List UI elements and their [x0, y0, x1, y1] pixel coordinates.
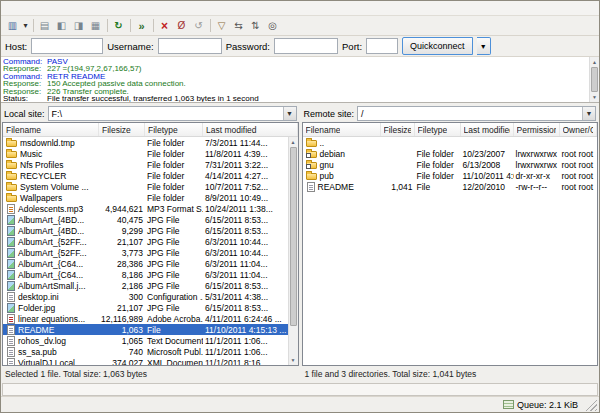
site-manager-icon[interactable] — [4, 18, 21, 34]
host-input[interactable] — [31, 38, 103, 54]
scrollbar-up-icon[interactable]: ▲ — [590, 57, 599, 67]
port-input[interactable] — [366, 38, 398, 54]
file-row[interactable]: desktop.ini 300 Configuration ... 5/31/2… — [3, 291, 288, 302]
scrollbar-track[interactable] — [590, 67, 599, 92]
file-modified: 6/13/2008 — [461, 160, 514, 170]
scrollbar-down-icon[interactable]: ▼ — [590, 92, 599, 102]
chevron-down-icon[interactable]: ▼ — [582, 107, 595, 120]
file-name: desktop.ini — [18, 292, 59, 302]
log-line-label: Status: — [3, 95, 47, 102]
column-header[interactable]: Filesize — [381, 123, 415, 136]
file-name: AlbumArtSmall.j... — [18, 281, 86, 291]
local-site-combobox[interactable]: F:\ ▼ — [48, 106, 297, 121]
resize-grip-icon[interactable] — [584, 398, 597, 411]
toggle-queue-icon[interactable] — [87, 18, 104, 34]
menu-file[interactable] — [3, 7, 15, 9]
file-row[interactable]: linear equations... 12,116,989 Adobe Acr… — [3, 313, 288, 324]
process-queue-icon[interactable] — [133, 18, 150, 34]
file-row[interactable]: RECYCLER File folder 4/14/2011 4:27... — [3, 170, 288, 181]
column-header[interactable]: Filetype — [145, 123, 203, 136]
queue-panel — [2, 383, 598, 396]
file-row[interactable]: ss_sa.pub 740 Microsoft Publ... 11/1/201… — [3, 346, 288, 357]
column-header[interactable]: Last modified — [461, 123, 514, 136]
file-row[interactable]: README 1,041 File 12/20/2010 -rw-r--r-- … — [303, 181, 598, 192]
menu-bookmarks[interactable] — [63, 7, 75, 9]
file-size: 2,186 — [99, 281, 145, 291]
column-header[interactable]: Owner/Gro... — [560, 123, 598, 136]
file-row[interactable]: rohos_dv.log 1,065 Text Document 11/1/20… — [3, 335, 288, 346]
filter-icon[interactable] — [213, 18, 230, 34]
toggle-remote-tree-icon[interactable] — [70, 18, 87, 34]
chevron-down-icon[interactable]: ▼ — [283, 107, 296, 120]
file-row[interactable]: AlbumArt_{4BD... 9,299 JPG File 6/15/201… — [3, 225, 288, 236]
scrollbar-track[interactable] — [289, 147, 298, 355]
file-row[interactable]: AlbumArt_{52FF... 3,773 JPG File 6/3/201… — [3, 247, 288, 258]
file-name: VirtualDJ Local ... — [18, 358, 84, 366]
column-header[interactable]: Filetype — [415, 123, 461, 136]
file-row[interactable]: VirtualDJ Local ... 374,027 XML Document… — [3, 357, 288, 365]
reconnect-icon[interactable] — [190, 18, 207, 34]
find-files-icon[interactable] — [264, 18, 281, 34]
password-input[interactable] — [274, 38, 338, 54]
toggle-message-log-icon[interactable] — [36, 18, 53, 34]
file-modified: 11/10/2011 4:04... — [461, 171, 514, 181]
file-name: RECYCLER — [20, 171, 66, 181]
cancel-icon[interactable] — [156, 18, 173, 34]
file-row[interactable]: pub File folder 11/10/2011 4:04... dr-xr… — [303, 170, 598, 181]
column-header[interactable]: Last modified — [203, 123, 298, 136]
file-row[interactable]: Music File folder 11/8/2011 4:39... — [3, 148, 288, 159]
file-type: File folder — [415, 160, 461, 170]
local-panel: Local site: F:\ ▼ FilenameFilesizeFilety… — [2, 105, 299, 381]
file-row[interactable]: README 1,063 File 11/10/2011 4:15:13 ... — [3, 324, 288, 335]
username-input[interactable] — [158, 38, 222, 54]
menu-help[interactable] — [75, 7, 87, 9]
file-type: JPG File — [145, 303, 203, 313]
menu-server[interactable] — [51, 7, 63, 9]
file-row[interactable]: msdownld.tmp File folder 7/3/2011 11:44.… — [3, 137, 288, 148]
disconnect-icon[interactable] — [173, 18, 190, 34]
column-header[interactable]: Filename — [3, 123, 99, 136]
sync-browsing-icon[interactable] — [247, 18, 264, 34]
scrollbar-thumb[interactable] — [290, 147, 297, 326]
column-header[interactable]: Filename — [303, 123, 381, 136]
file-modified: 10/24/2011 1:38... — [203, 204, 288, 214]
remote-site-combobox[interactable]: / ▼ — [357, 106, 596, 121]
menu-view[interactable] — [27, 7, 39, 9]
menu-transfer[interactable] — [39, 7, 51, 9]
log-scrollbar[interactable]: ▲ ▼ — [589, 57, 599, 102]
file-row[interactable]: AlbumArt_{C64... 8,186 JPG File 6/3/2011… — [3, 269, 288, 280]
file-row[interactable]: System Volume ... File folder 10/7/2011 … — [3, 181, 288, 192]
scrollbar-down-icon[interactable]: ▼ — [289, 355, 298, 365]
file-type: Microsoft Publ... — [145, 347, 203, 357]
toggle-local-tree-icon[interactable] — [53, 18, 70, 34]
file-row[interactable]: Wallpapers File folder 8/9/2011 10:49... — [3, 192, 288, 203]
file-type: File folder — [415, 149, 461, 159]
site-manager-dropdown-icon[interactable] — [21, 18, 30, 34]
column-header[interactable]: Filesize — [99, 123, 145, 136]
column-header[interactable]: Permissions — [514, 123, 560, 136]
refresh-icon[interactable] — [110, 18, 127, 34]
scrollbar-up-icon[interactable]: ▲ — [289, 137, 298, 147]
local-scrollbar[interactable]: ▲ ▼ — [288, 137, 298, 365]
file-icon — [6, 195, 17, 202]
file-row[interactable]: AlbumArt_{4BD... 40,475 JPG File 6/15/20… — [3, 214, 288, 225]
file-type: JPG File — [145, 215, 203, 225]
scrollbar-thumb[interactable] — [591, 67, 598, 92]
directory-comparison-icon[interactable] — [230, 18, 247, 34]
local-column-header: FilenameFilesizeFiletypeLast modified — [3, 123, 298, 137]
file-row[interactable]: Adolescents.mp3 4,944,621 MP3 Format S..… — [3, 203, 288, 214]
quickconnect-dropdown-icon[interactable]: ▼ — [477, 37, 491, 55]
file-row[interactable]: AlbumArt_{C64... 28,386 JPG File 6/3/201… — [3, 258, 288, 269]
file-icon — [7, 226, 15, 236]
file-row[interactable]: AlbumArtSmall.j... 2,186 JPG File 6/15/2… — [3, 280, 288, 291]
file-row[interactable]: AlbumArt_{52FF... 21,107 JPG File 6/3/20… — [3, 236, 288, 247]
file-icon — [306, 173, 317, 180]
file-modified: 6/3/2011 10:44... — [203, 237, 288, 247]
file-row[interactable]: Nfs Profiles File folder 7/31/2011 3:22.… — [3, 159, 288, 170]
file-row[interactable]: gnu File folder 6/13/2008 lrwxrwxrwx roo… — [303, 159, 598, 170]
menu-edit[interactable] — [15, 7, 27, 9]
file-row[interactable]: .. — [303, 137, 598, 148]
quickconnect-button[interactable]: Quickconnect — [402, 37, 473, 55]
file-row[interactable]: debian File folder 10/23/2007 lrwxrwxrwx… — [303, 148, 598, 159]
file-row[interactable]: Folder.jpg 21,107 JPG File 6/15/2011 8:5… — [3, 302, 288, 313]
